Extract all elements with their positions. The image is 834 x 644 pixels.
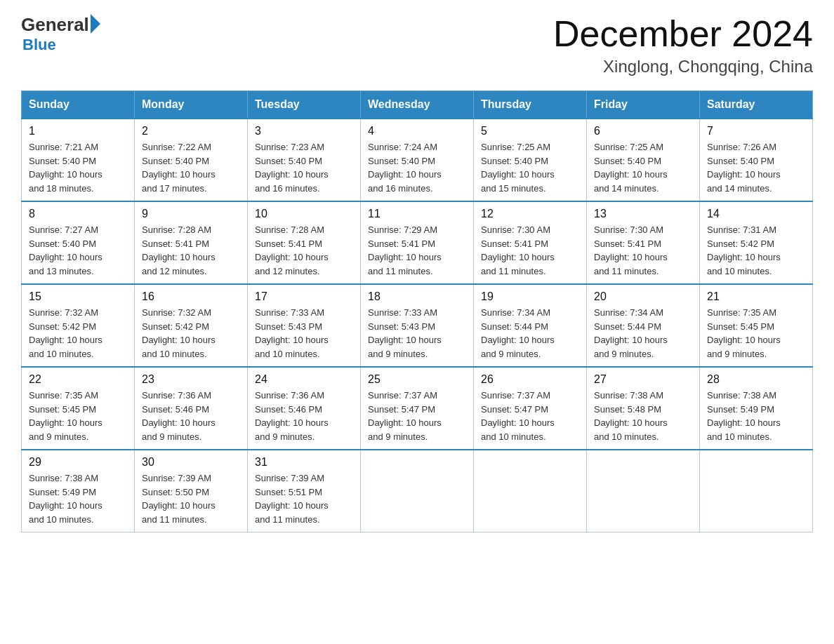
col-monday: Monday	[135, 91, 248, 119]
calendar-week-row: 15Sunrise: 7:32 AMSunset: 5:42 PMDayligh…	[22, 284, 813, 367]
day-number: 3	[255, 125, 353, 137]
day-info: Sunrise: 7:37 AMSunset: 5:47 PMDaylight:…	[368, 389, 466, 443]
day-number: 11	[368, 208, 466, 220]
day-number: 7	[707, 125, 805, 137]
month-title: December 2024	[553, 14, 813, 54]
day-info: Sunrise: 7:34 AMSunset: 5:44 PMDaylight:…	[481, 306, 579, 361]
day-info: Sunrise: 7:28 AMSunset: 5:41 PMDaylight:…	[142, 223, 240, 278]
day-info: Sunrise: 7:25 AMSunset: 5:40 PMDaylight:…	[481, 140, 579, 195]
table-row: 1Sunrise: 7:21 AMSunset: 5:40 PMDaylight…	[22, 119, 135, 201]
table-row: 11Sunrise: 7:29 AMSunset: 5:41 PMDayligh…	[361, 201, 474, 284]
table-row: 15Sunrise: 7:32 AMSunset: 5:42 PMDayligh…	[22, 284, 135, 367]
calendar-header-row: Sunday Monday Tuesday Wednesday Thursday…	[22, 91, 813, 119]
day-number: 9	[142, 208, 240, 220]
logo-general: General	[21, 14, 89, 36]
day-number: 12	[481, 208, 579, 220]
day-info: Sunrise: 7:38 AMSunset: 5:48 PMDaylight:…	[594, 389, 692, 443]
col-sunday: Sunday	[22, 91, 135, 119]
table-row: 22Sunrise: 7:35 AMSunset: 5:45 PMDayligh…	[22, 367, 135, 450]
table-row: 17Sunrise: 7:33 AMSunset: 5:43 PMDayligh…	[248, 284, 361, 367]
day-info: Sunrise: 7:33 AMSunset: 5:43 PMDaylight:…	[368, 306, 466, 361]
day-info: Sunrise: 7:28 AMSunset: 5:41 PMDaylight:…	[255, 223, 353, 278]
day-number: 18	[368, 290, 466, 303]
day-info: Sunrise: 7:34 AMSunset: 5:44 PMDaylight:…	[594, 306, 692, 361]
table-row: 20Sunrise: 7:34 AMSunset: 5:44 PMDayligh…	[587, 284, 700, 367]
table-row	[474, 450, 587, 532]
calendar-table: Sunday Monday Tuesday Wednesday Thursday…	[21, 90, 813, 532]
logo-arrow-icon	[91, 14, 100, 34]
day-info: Sunrise: 7:26 AMSunset: 5:40 PMDaylight:…	[707, 140, 805, 195]
table-row: 3Sunrise: 7:23 AMSunset: 5:40 PMDaylight…	[248, 119, 361, 201]
logo-blue: Blue	[22, 36, 100, 54]
table-row: 9Sunrise: 7:28 AMSunset: 5:41 PMDaylight…	[135, 201, 248, 284]
day-info: Sunrise: 7:31 AMSunset: 5:42 PMDaylight:…	[707, 223, 805, 278]
col-friday: Friday	[587, 91, 700, 119]
header: General Blue December 2024 Xinglong, Cho…	[21, 14, 813, 76]
day-number: 20	[594, 290, 692, 303]
day-info: Sunrise: 7:32 AMSunset: 5:42 PMDaylight:…	[142, 306, 240, 361]
day-number: 13	[594, 208, 692, 220]
day-info: Sunrise: 7:30 AMSunset: 5:41 PMDaylight:…	[481, 223, 579, 278]
table-row: 13Sunrise: 7:30 AMSunset: 5:41 PMDayligh…	[587, 201, 700, 284]
col-tuesday: Tuesday	[248, 91, 361, 119]
table-row: 26Sunrise: 7:37 AMSunset: 5:47 PMDayligh…	[474, 367, 587, 450]
table-row: 7Sunrise: 7:26 AMSunset: 5:40 PMDaylight…	[700, 119, 813, 201]
location-title: Xinglong, Chongqing, China	[553, 57, 813, 76]
day-number: 1	[29, 125, 127, 137]
day-number: 27	[594, 373, 692, 386]
day-info: Sunrise: 7:25 AMSunset: 5:40 PMDaylight:…	[594, 140, 692, 195]
logo: General Blue	[21, 14, 100, 54]
day-info: Sunrise: 7:30 AMSunset: 5:41 PMDaylight:…	[594, 223, 692, 278]
table-row: 8Sunrise: 7:27 AMSunset: 5:40 PMDaylight…	[22, 201, 135, 284]
table-row: 16Sunrise: 7:32 AMSunset: 5:42 PMDayligh…	[135, 284, 248, 367]
day-info: Sunrise: 7:35 AMSunset: 5:45 PMDaylight:…	[29, 389, 127, 443]
day-number: 4	[368, 125, 466, 137]
day-number: 28	[707, 373, 805, 386]
day-info: Sunrise: 7:24 AMSunset: 5:40 PMDaylight:…	[368, 140, 466, 195]
table-row	[361, 450, 474, 532]
day-info: Sunrise: 7:38 AMSunset: 5:49 PMDaylight:…	[707, 389, 805, 443]
day-number: 25	[368, 373, 466, 386]
table-row: 18Sunrise: 7:33 AMSunset: 5:43 PMDayligh…	[361, 284, 474, 367]
table-row: 25Sunrise: 7:37 AMSunset: 5:47 PMDayligh…	[361, 367, 474, 450]
col-saturday: Saturday	[700, 91, 813, 119]
table-row: 30Sunrise: 7:39 AMSunset: 5:50 PMDayligh…	[135, 450, 248, 532]
day-number: 30	[142, 456, 240, 469]
table-row: 4Sunrise: 7:24 AMSunset: 5:40 PMDaylight…	[361, 119, 474, 201]
day-info: Sunrise: 7:39 AMSunset: 5:51 PMDaylight:…	[255, 471, 353, 526]
day-number: 6	[594, 125, 692, 137]
day-number: 26	[481, 373, 579, 386]
day-info: Sunrise: 7:27 AMSunset: 5:40 PMDaylight:…	[29, 223, 127, 278]
table-row	[700, 450, 813, 532]
day-info: Sunrise: 7:32 AMSunset: 5:42 PMDaylight:…	[29, 306, 127, 361]
table-row: 31Sunrise: 7:39 AMSunset: 5:51 PMDayligh…	[248, 450, 361, 532]
day-info: Sunrise: 7:35 AMSunset: 5:45 PMDaylight:…	[707, 306, 805, 361]
table-row: 6Sunrise: 7:25 AMSunset: 5:40 PMDaylight…	[587, 119, 700, 201]
table-row	[587, 450, 700, 532]
table-row: 27Sunrise: 7:38 AMSunset: 5:48 PMDayligh…	[587, 367, 700, 450]
day-number: 2	[142, 125, 240, 137]
day-info: Sunrise: 7:37 AMSunset: 5:47 PMDaylight:…	[481, 389, 579, 443]
day-number: 8	[29, 208, 127, 220]
day-number: 23	[142, 373, 240, 386]
day-number: 22	[29, 373, 127, 386]
day-number: 31	[255, 456, 353, 469]
day-number: 5	[481, 125, 579, 137]
col-wednesday: Wednesday	[361, 91, 474, 119]
title-area: December 2024 Xinglong, Chongqing, China	[553, 14, 813, 76]
day-info: Sunrise: 7:23 AMSunset: 5:40 PMDaylight:…	[255, 140, 353, 195]
day-info: Sunrise: 7:38 AMSunset: 5:49 PMDaylight:…	[29, 471, 127, 526]
calendar-week-row: 22Sunrise: 7:35 AMSunset: 5:45 PMDayligh…	[22, 367, 813, 450]
day-number: 15	[29, 290, 127, 303]
day-info: Sunrise: 7:29 AMSunset: 5:41 PMDaylight:…	[368, 223, 466, 278]
day-info: Sunrise: 7:22 AMSunset: 5:40 PMDaylight:…	[142, 140, 240, 195]
table-row: 21Sunrise: 7:35 AMSunset: 5:45 PMDayligh…	[700, 284, 813, 367]
table-row: 2Sunrise: 7:22 AMSunset: 5:40 PMDaylight…	[135, 119, 248, 201]
table-row: 14Sunrise: 7:31 AMSunset: 5:42 PMDayligh…	[700, 201, 813, 284]
day-number: 19	[481, 290, 579, 303]
day-info: Sunrise: 7:21 AMSunset: 5:40 PMDaylight:…	[29, 140, 127, 195]
calendar-week-row: 1Sunrise: 7:21 AMSunset: 5:40 PMDaylight…	[22, 119, 813, 201]
day-number: 16	[142, 290, 240, 303]
day-info: Sunrise: 7:39 AMSunset: 5:50 PMDaylight:…	[142, 471, 240, 526]
table-row: 29Sunrise: 7:38 AMSunset: 5:49 PMDayligh…	[22, 450, 135, 532]
